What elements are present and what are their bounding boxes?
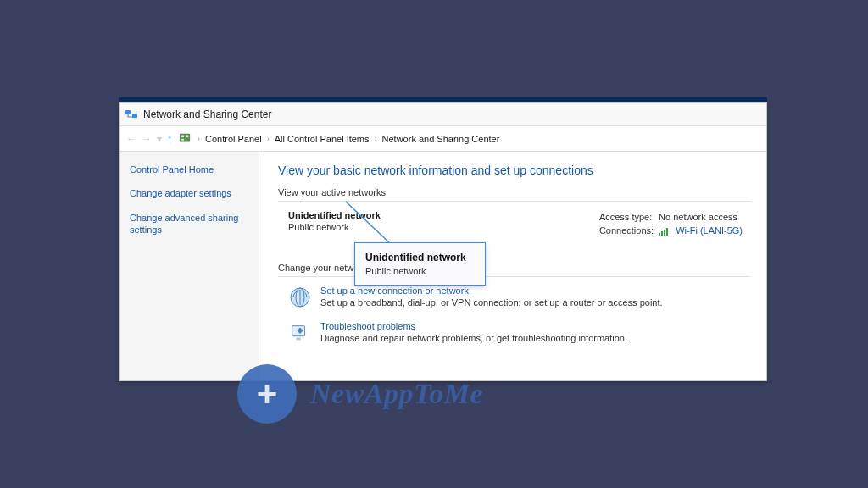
access-type-value: No network access (659, 212, 746, 224)
main-content: View your basic network information and … (259, 152, 766, 380)
svg-rect-13 (296, 338, 301, 341)
change-settings-label: Change your network settings (278, 263, 751, 273)
breadcrumb-control-panel[interactable]: Control Panel (205, 134, 262, 144)
svg-rect-6 (659, 233, 660, 236)
breadcrumb-current[interactable]: Network and Sharing Center (382, 134, 500, 144)
troubleshoot-icon (288, 321, 312, 345)
svg-rect-3 (181, 135, 185, 137)
back-button[interactable]: ← (126, 133, 136, 145)
network-type: Public network (288, 222, 381, 232)
breadcrumb: › Control Panel › All Control Panel Item… (198, 134, 499, 144)
svg-rect-5 (181, 138, 185, 140)
active-networks-label: View your active networks (278, 187, 751, 197)
address-bar: ← → ▾ ↑ › Control Panel › All Control Pa… (120, 126, 766, 152)
active-network-row: Unidentified network Public network Acce… (278, 210, 751, 247)
window-title: Network and Sharing Center (143, 108, 271, 120)
divider (278, 276, 751, 277)
task-setup-connection: Set up a new connection or network Set u… (278, 286, 751, 309)
control-panel-icon (179, 132, 191, 146)
network-icon (125, 108, 138, 121)
task-troubleshoot-desc: Diagnose and repair network problems, or… (320, 333, 627, 343)
svg-rect-2 (180, 133, 190, 141)
divider (278, 201, 751, 202)
chevron-right-icon: › (198, 135, 200, 143)
access-type-label: Access type: (599, 212, 657, 224)
svg-rect-8 (664, 230, 665, 236)
breadcrumb-all-items[interactable]: All Control Panel Items (275, 134, 370, 144)
callout-title: Unidentified network (365, 252, 475, 263)
sidebar-control-panel-home[interactable]: Control Panel Home (130, 164, 248, 175)
sidebar-advanced-sharing[interactable]: Change advanced sharing settings (130, 212, 248, 236)
svg-rect-9 (666, 228, 668, 236)
page-title: View your basic network information and … (278, 164, 751, 177)
up-button[interactable]: ↑ (167, 133, 172, 145)
callout-subtitle: Public network (365, 266, 475, 276)
recent-dropdown-icon[interactable]: ▾ (157, 133, 162, 145)
sidebar: Control Panel Home Change adapter settin… (120, 152, 259, 380)
connections-label: Connections: (599, 225, 657, 237)
network-sharing-window: Network and Sharing Center ← → ▾ ↑ › Con… (119, 102, 767, 381)
nav-buttons: ← → ▾ ↑ (126, 133, 172, 145)
connection-link[interactable]: Wi-Fi (LANI-5G) (676, 225, 743, 236)
sidebar-change-adapter[interactable]: Change adapter settings (130, 187, 248, 199)
active-network-info: Unidentified network Public network (288, 210, 381, 239)
network-callout: Unidentified network Public network (354, 242, 486, 286)
svg-rect-0 (125, 110, 131, 114)
chevron-right-icon: › (375, 135, 377, 143)
access-info: Access type: No network access Connectio… (598, 210, 748, 239)
chevron-right-icon: › (267, 135, 270, 143)
task-troubleshoot-title[interactable]: Troubleshoot problems (320, 321, 627, 331)
titlebar: Network and Sharing Center (120, 103, 766, 126)
watermark-text: NewAppToMe (310, 378, 483, 410)
wifi-signal-icon (659, 227, 670, 236)
task-setup-title[interactable]: Set up a new connection or network (320, 286, 663, 296)
setup-connection-icon (288, 286, 312, 309)
task-troubleshoot: Troubleshoot problems Diagnose and repai… (278, 321, 751, 345)
network-name: Unidentified network (288, 210, 381, 220)
svg-rect-4 (186, 135, 189, 137)
svg-rect-7 (661, 231, 663, 236)
forward-button[interactable]: → (142, 133, 152, 145)
task-setup-desc: Set up a broadband, dial-up, or VPN conn… (320, 297, 663, 308)
